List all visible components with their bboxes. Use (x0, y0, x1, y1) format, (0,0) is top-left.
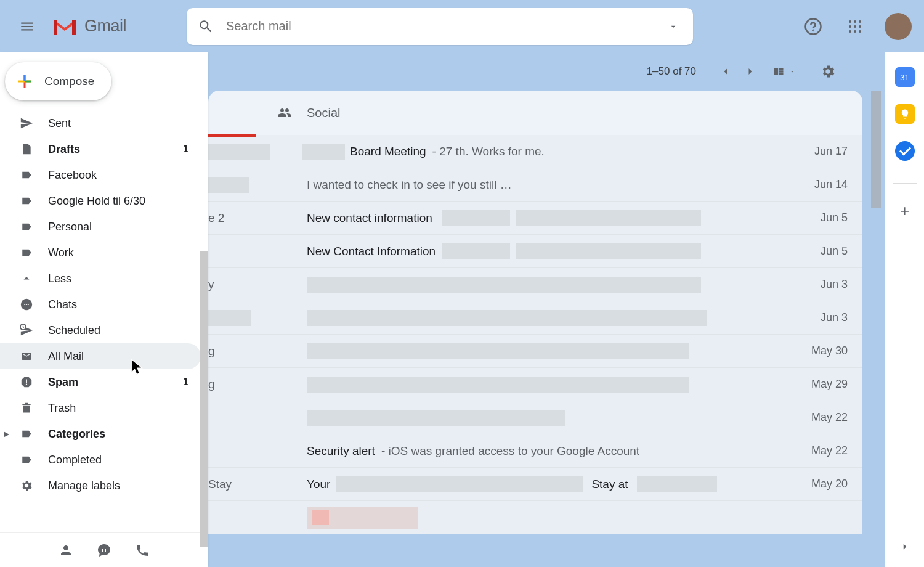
settings-button[interactable] (816, 59, 840, 84)
svg-point-10 (859, 30, 861, 33)
scheduled-icon (20, 324, 33, 337)
sidebar-footer (0, 532, 208, 567)
chats-icon (20, 298, 33, 311)
collapse-side-panel[interactable] (899, 541, 910, 552)
tasks-addon[interactable] (895, 141, 915, 161)
search-bar[interactable] (187, 8, 693, 45)
nav-label: Spam (48, 376, 168, 389)
main-panel: 1–50 of 70 Social Board Meeting - 27 th.… (208, 52, 862, 567)
redacted-block (307, 310, 707, 326)
svg-point-4 (859, 20, 861, 23)
message-subject: New Contact Information (307, 245, 436, 258)
chevron-up-icon (20, 273, 33, 284)
sidebar-item-spam[interactable]: Spam 1 (0, 369, 201, 395)
prev-page-button[interactable] (713, 59, 738, 84)
hangouts-phone-icon[interactable] (135, 543, 150, 558)
message-row[interactable]: May 22 (208, 401, 862, 434)
keep-addon[interactable] (895, 104, 915, 124)
message-row[interactable]: y Jun 3 (208, 268, 862, 301)
sidebar-item-all-mail[interactable]: All Mail (0, 343, 201, 369)
label-icon (20, 195, 33, 206)
split-pane-icon (771, 65, 786, 78)
nav-label: Google Hold til 6/30 (48, 195, 188, 208)
sidebar-item-work[interactable]: Work (0, 240, 201, 266)
split-pane-toggle[interactable] (771, 65, 796, 78)
sidebar-item-drafts[interactable]: Drafts 1 (0, 136, 201, 162)
search-options-dropdown[interactable] (665, 18, 682, 35)
get-addons-button[interactable]: + (895, 201, 915, 221)
sidebar-item-sent[interactable]: Sent (0, 110, 201, 136)
drafts-icon (20, 142, 33, 156)
message-date: Jun 17 (814, 145, 848, 158)
nav-label: Personal (48, 221, 188, 234)
chevron-right-icon (899, 541, 910, 552)
sidebar-item-google-hold[interactable]: Google Hold til 6/30 (0, 188, 201, 214)
main-scrollbar[interactable] (871, 91, 881, 208)
search-input[interactable] (226, 19, 665, 33)
redacted-block (307, 277, 701, 293)
message-row[interactable]: Security alert - iOS was granted access … (208, 434, 862, 468)
hangouts-chat-icon[interactable] (97, 543, 111, 558)
gear-icon (20, 479, 33, 492)
sender-fragment: y (208, 278, 214, 292)
nav-count: 1 (183, 377, 188, 388)
sidebar: Compose Sent Drafts 1 Facebook Google Ho… (0, 52, 208, 567)
calendar-addon[interactable]: 31 (895, 67, 915, 87)
compose-plus-icon (16, 73, 33, 90)
sidebar-item-facebook[interactable]: Facebook (0, 162, 201, 188)
nav-label: Completed (48, 454, 188, 467)
nav-label: Drafts (48, 143, 168, 156)
label-icon (20, 428, 33, 439)
message-row[interactable]: g May 30 (208, 335, 862, 368)
message-row[interactable]: g May 29 (208, 368, 862, 401)
calendar-day: 31 (900, 73, 909, 82)
message-row[interactable]: Stay Your Stay at May 20 (208, 468, 862, 501)
message-row[interactable]: Board Meeting - 27 th. Works for me. Jun… (208, 135, 862, 168)
hamburger-menu-button[interactable] (12, 12, 42, 41)
attachment-row[interactable] (208, 501, 862, 534)
message-row[interactable]: I wanted to check in to see if you still… (208, 168, 862, 202)
message-subject: New contact information (307, 211, 432, 225)
redacted-sender (208, 310, 251, 326)
apps-launcher-button[interactable] (843, 14, 867, 39)
caret-down-icon (668, 22, 678, 31)
sidebar-item-scheduled[interactable]: Scheduled (0, 317, 201, 343)
help-button[interactable] (801, 14, 825, 39)
keep-icon (899, 108, 910, 120)
redacted-block (302, 144, 345, 160)
nav-label: Trash (48, 402, 188, 415)
attachment-chip[interactable] (307, 507, 418, 529)
sidebar-item-personal[interactable]: Personal (0, 214, 201, 240)
sidebar-item-categories[interactable]: ▶ Categories (0, 421, 201, 447)
sender-fragment: e 2 (208, 211, 224, 225)
redacted-block (442, 210, 510, 226)
message-date: May 29 (811, 378, 848, 391)
svg-point-3 (854, 20, 856, 23)
message-subject-part: Stay at (591, 478, 628, 491)
sidebar-item-chats[interactable]: Chats (0, 292, 201, 317)
spam-icon (20, 375, 33, 389)
sidebar-item-manage-labels[interactable]: Manage labels (0, 473, 201, 499)
message-snippet: - iOS was granted access to your Google … (381, 444, 639, 458)
message-row[interactable]: e 2 New contact information Jun 5 (208, 202, 862, 235)
next-page-button[interactable] (738, 59, 763, 84)
account-avatar[interactable] (885, 13, 912, 40)
compose-button[interactable]: Compose (5, 62, 111, 100)
sidebar-item-completed[interactable]: Completed (0, 447, 201, 473)
message-row[interactable]: New Contact Information Jun 5 (208, 235, 862, 268)
sidebar-item-trash[interactable]: Trash (0, 395, 201, 421)
tab-social[interactable]: Social (276, 105, 340, 120)
nav-label: Sent (48, 117, 188, 130)
redacted-block (307, 410, 565, 426)
sidebar-item-less[interactable]: Less (0, 266, 201, 292)
nav-label: Facebook (48, 169, 188, 182)
svg-point-6 (854, 25, 856, 28)
sidebar-scrollbar[interactable] (200, 251, 208, 547)
message-subject: Security alert (307, 444, 375, 458)
hangouts-contacts-icon[interactable] (59, 543, 73, 558)
all-mail-icon (20, 351, 33, 362)
search-icon (198, 18, 214, 35)
gmail-logo[interactable]: Gmail (51, 16, 126, 37)
message-row[interactable]: Jun 3 (208, 301, 862, 335)
nav-count: 1 (183, 144, 188, 155)
